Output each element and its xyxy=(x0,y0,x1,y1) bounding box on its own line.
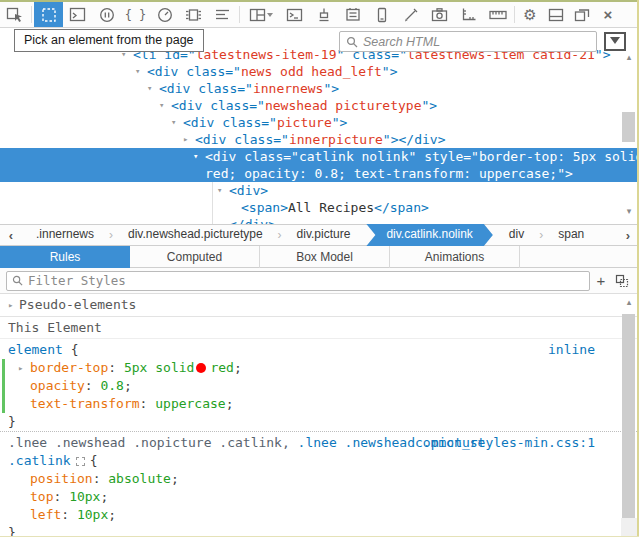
debugger-pause-icon xyxy=(99,7,115,23)
markup-row[interactable]: ▾<div class="news odd head_left"> xyxy=(0,63,637,80)
color-swatch-red[interactable] xyxy=(196,363,206,373)
console-tab[interactable] xyxy=(63,2,92,27)
toggle-pseudo-classes-button[interactable] xyxy=(612,274,632,288)
breadcrumb-item-div-newshead-picturetype[interactable]: div.newshead.picturetype xyxy=(114,224,277,246)
box-arrow-down-icon xyxy=(610,37,620,44)
markup-row[interactable]: ▾<div class="catlink nolink" style="bord… xyxy=(0,148,637,165)
expand-shorthand-icon[interactable]: ▸ xyxy=(18,359,23,377)
filter-styles-input[interactable] xyxy=(28,273,584,288)
inspector-tab[interactable] xyxy=(34,2,63,27)
rules-scrollbar-track[interactable] xyxy=(621,518,637,537)
gear-icon: ⚙ xyxy=(523,7,536,22)
collapse-twisty-icon[interactable]: ▾ xyxy=(147,80,159,97)
markup-row[interactable]: <span>All Recipes</span> xyxy=(0,199,637,216)
add-rule-button[interactable]: + xyxy=(590,272,612,289)
performance-tab[interactable] xyxy=(150,2,179,27)
markup-row[interactable]: ▸<div class="innerpicture"></div> xyxy=(0,131,637,148)
console-icon xyxy=(69,7,86,22)
style-brush-button[interactable] xyxy=(309,2,338,27)
rule-selector-unmatched[interactable]: .lnee .newshead .nopicture .catlink, xyxy=(8,435,290,450)
expand-pane-button[interactable] xyxy=(604,32,626,51)
rule-selector[interactable]: element xyxy=(8,342,63,357)
expand-twisty-icon[interactable]: ▸ xyxy=(183,131,195,148)
network-tab[interactable] xyxy=(208,2,237,27)
side-panel-button[interactable] xyxy=(280,2,309,27)
tab-computed[interactable]: Computed xyxy=(130,246,260,268)
dock-bottom-button[interactable] xyxy=(543,2,569,27)
chevron-down-icon xyxy=(267,13,273,17)
measure-ruler-button[interactable] xyxy=(483,2,512,27)
sidebar-tabs: Rules Computed Box Model Animations xyxy=(0,246,639,268)
style-editor-tab[interactable]: { } xyxy=(121,2,150,27)
responsive-mode-button[interactable] xyxy=(367,2,396,27)
breadcrumb-forward-button[interactable]: › xyxy=(617,228,639,243)
markup-row[interactable]: </div> xyxy=(0,216,637,224)
css-property-row[interactable]: left: 10px; xyxy=(0,506,637,524)
breadcrumb-item--innernews[interactable]: .innernews xyxy=(22,224,108,246)
filter-styles-box[interactable] xyxy=(6,271,590,291)
collapse-twisty-icon[interactable]: ▾ xyxy=(135,63,147,80)
split-view-button[interactable] xyxy=(242,2,280,27)
camera-icon xyxy=(431,7,448,22)
breadcrumb-item-div[interactable]: div xyxy=(495,224,538,246)
eyedropper-button[interactable] xyxy=(396,2,425,27)
css-property-row[interactable]: position: absolute; xyxy=(0,470,637,488)
close-devtools-button[interactable]: × xyxy=(595,2,621,27)
pseudo-elements-header[interactable]: ▸Pseudo-elements xyxy=(0,294,637,317)
markup-row[interactable]: ▾<div class="innernews"> xyxy=(0,80,637,97)
markup-token: "> xyxy=(382,64,398,79)
markup-scroll-up[interactable]: ▴ xyxy=(621,52,637,62)
ruler-icon xyxy=(489,9,507,21)
separate-window-button[interactable] xyxy=(569,2,595,27)
markup-token: innerpicture xyxy=(289,132,383,147)
markup-row[interactable]: ▾<div> xyxy=(0,182,637,199)
markup-token: <div class=" xyxy=(171,98,265,113)
search-html-box[interactable] xyxy=(339,31,597,52)
css-property-row[interactable]: ▸ border-top: 5px solidred; xyxy=(0,359,637,377)
measure-corner-button[interactable] xyxy=(454,2,483,27)
notepad-icon xyxy=(345,7,361,22)
popout-window-icon xyxy=(574,7,590,22)
markup-token: " style=" xyxy=(409,149,479,164)
breadcrumb-item-div-picture[interactable]: div.picture xyxy=(283,224,365,246)
markup-scrollbar-thumb[interactable] xyxy=(622,112,635,142)
copy-rules-icon xyxy=(615,274,629,288)
markup-row[interactable]: ▾<div class="newshead picturetype"> xyxy=(0,97,637,114)
markup-row[interactable]: red; opacity: 0.8; text-transform: upper… xyxy=(0,165,637,182)
breadcrumb-item-div-catlink-nolink[interactable]: div.catlink.nolink xyxy=(366,224,492,246)
rule-selector-matched[interactable]: .lnee .newshead .picture xyxy=(290,435,486,450)
breadcrumb-item-span[interactable]: span xyxy=(544,224,598,246)
settings-button[interactable]: ⚙ xyxy=(517,2,543,27)
breadcrumb-back-button[interactable]: ‹ xyxy=(0,228,22,243)
markup-scroll-down[interactable]: ▾ xyxy=(621,206,637,216)
markup-token: picture xyxy=(277,115,332,130)
css-property-row[interactable]: top: 10px; xyxy=(0,488,637,506)
collapse-twisty-icon[interactable]: ▾ xyxy=(171,114,183,131)
css-property-row[interactable]: text-transform: uppercase; xyxy=(0,395,637,413)
memory-tab[interactable] xyxy=(179,2,208,27)
search-html-input[interactable] xyxy=(363,35,590,49)
markup-token: "> xyxy=(557,166,573,181)
screenshot-button[interactable] xyxy=(425,2,454,27)
collapse-twisty-icon[interactable]: ▾ xyxy=(193,148,205,165)
rules-scroll-up[interactable]: ▴ xyxy=(621,297,637,307)
expand-twisty-icon[interactable]: ▸ xyxy=(8,294,19,316)
markup-row[interactable]: ▾<div class="picture"> xyxy=(0,114,637,131)
notes-button[interactable] xyxy=(338,2,367,27)
markup-token: innernews xyxy=(253,81,323,96)
css-property-row[interactable]: opacity: 0.8; xyxy=(0,377,637,395)
highlight-selector-icon[interactable] xyxy=(76,457,85,466)
markup-token: <div> xyxy=(229,183,268,198)
indent-guide-line xyxy=(212,182,213,224)
markup-view: ▾<li id="latestnews-item-19" class="late… xyxy=(0,28,637,224)
tab-box-model[interactable]: Box Model xyxy=(260,246,390,268)
rules-scrollbar-thumb[interactable] xyxy=(622,314,635,518)
collapse-twisty-icon[interactable]: ▾ xyxy=(159,97,171,114)
pick-element-button[interactable] xyxy=(0,2,29,27)
rule-selector-matched[interactable]: .catlink xyxy=(8,453,71,468)
tab-rules[interactable]: Rules xyxy=(0,246,130,268)
markup-token: red; opacity: 0.8; text-transform: upper… xyxy=(205,166,557,181)
collapse-twisty-icon[interactable]: ▾ xyxy=(217,182,229,199)
debugger-tab[interactable] xyxy=(92,2,121,27)
tab-animations[interactable]: Animations xyxy=(390,246,520,268)
